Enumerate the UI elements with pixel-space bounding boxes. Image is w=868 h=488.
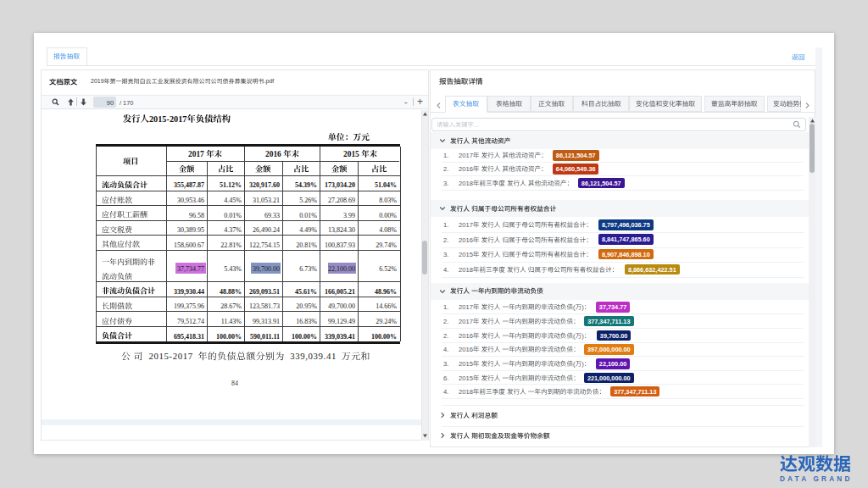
svg-text:2015: 2015 — [343, 150, 359, 158]
svg-text:1.: 1. — [443, 303, 448, 311]
svg-text:0.00%: 0.00% — [380, 212, 398, 219]
svg-text:22,100.00: 22,100.00 — [598, 360, 626, 368]
svg-text:2015-2017: 2015-2017 — [148, 114, 186, 124]
svg-text:.pdf: .pdf — [264, 78, 274, 85]
svg-text:29.24%: 29.24% — [376, 318, 398, 325]
svg-text:1.: 1. — [443, 152, 448, 159]
svg-text:2018: 2018 — [459, 388, 473, 396]
svg-text:86,121,504.57: 86,121,504.57 — [556, 152, 596, 159]
svg-text:2016: 2016 — [459, 165, 473, 173]
svg-text:2017: 2017 — [459, 221, 473, 229]
svg-text:2016: 2016 — [459, 236, 473, 243]
svg-text:3.: 3. — [443, 251, 448, 258]
svg-text:397,000,000.00: 397,000,000.00 — [587, 347, 631, 354]
svg-text:8,907,846,898.10: 8,907,846,898.10 — [602, 251, 650, 258]
svg-text:51.04%: 51.04% — [375, 181, 397, 189]
svg-text:221,000,000.00: 221,000,000.00 — [587, 374, 631, 382]
svg-text:2.: 2. — [443, 318, 448, 325]
svg-text:+: + — [417, 96, 423, 108]
svg-text:84: 84 — [231, 380, 238, 387]
svg-text:/ 170: / 170 — [120, 99, 133, 107]
svg-text:2017: 2017 — [459, 152, 473, 159]
svg-text:-: - — [404, 97, 408, 107]
svg-text:2017: 2017 — [188, 150, 204, 158]
svg-text:377,347,711.13: 377,347,711.13 — [614, 388, 656, 396]
svg-text:86,121,504.57: 86,121,504.57 — [581, 180, 621, 187]
svg-text:3.: 3. — [443, 180, 448, 187]
svg-text:4.: 4. — [443, 266, 448, 274]
svg-text:): ) — [581, 332, 584, 340]
svg-text:(: ( — [573, 332, 576, 340]
svg-text:8,797,496,036.75: 8,797,496,036.75 — [602, 221, 650, 229]
svg-text:37,734.77: 37,734.77 — [598, 303, 626, 311]
svg-text:): ) — [581, 360, 584, 368]
svg-text:4.: 4. — [443, 388, 448, 396]
svg-text:8,841,747,865.60: 8,841,747,865.60 — [602, 236, 650, 244]
svg-text:8.03%: 8.03% — [380, 197, 398, 204]
svg-text:1.: 1. — [443, 221, 448, 229]
svg-text:(: ( — [573, 303, 576, 311]
svg-text:48.96%: 48.96% — [375, 288, 397, 296]
svg-text:DATA GRAND: DATA GRAND — [780, 475, 853, 483]
svg-text:2019: 2019 — [91, 78, 104, 84]
svg-text:2017: 2017 — [459, 303, 473, 311]
svg-text:6.: 6. — [443, 374, 448, 382]
svg-text:): ) — [581, 303, 584, 311]
svg-text:2.: 2. — [443, 332, 448, 340]
svg-text:29.74%: 29.74% — [376, 241, 398, 249]
svg-text:14.66%: 14.66% — [376, 302, 398, 310]
svg-text:64,060,549.36: 64,060,549.36 — [555, 165, 595, 173]
svg-text:2016: 2016 — [459, 346, 473, 353]
svg-text:4.: 4. — [443, 346, 448, 353]
svg-text:4.08%: 4.08% — [380, 226, 398, 234]
svg-text:2015: 2015 — [459, 251, 473, 258]
svg-text:100.00%: 100.00% — [371, 333, 397, 341]
svg-text:(: ( — [573, 360, 576, 368]
svg-text:339,039.41: 339,039.41 — [290, 352, 337, 362]
svg-text:2016: 2016 — [459, 332, 473, 340]
svg-text:8,866,632,422.51: 8,866,632,422.51 — [628, 266, 676, 274]
svg-text:2.: 2. — [443, 236, 448, 243]
svg-text:2015: 2015 — [459, 360, 473, 368]
svg-text:2015: 2015 — [459, 374, 473, 382]
svg-text:3.: 3. — [443, 360, 448, 368]
svg-text:2015-2017: 2015-2017 — [149, 352, 193, 362]
svg-text:2016: 2016 — [265, 150, 281, 158]
svg-text:39,700.00: 39,700.00 — [600, 332, 627, 340]
svg-text:...: ... — [473, 120, 478, 128]
svg-text:2017: 2017 — [459, 318, 473, 325]
svg-text:2018: 2018 — [459, 266, 473, 274]
svg-text:2.: 2. — [443, 165, 448, 173]
svg-text:2018: 2018 — [459, 180, 473, 187]
svg-text:377,347,711.13: 377,347,711.13 — [587, 318, 630, 325]
svg-text:90: 90 — [107, 99, 114, 107]
svg-text:6.52%: 6.52% — [380, 265, 398, 273]
